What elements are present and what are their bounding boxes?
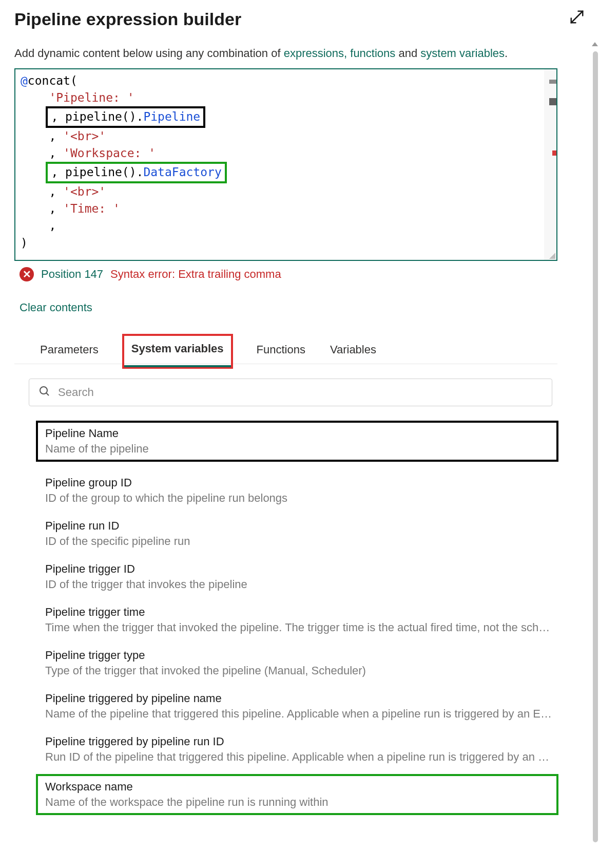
expand-icon[interactable] xyxy=(569,9,585,27)
tok-close-paren: ) xyxy=(21,236,28,250)
system-variables-list: Pipeline Name Name of the pipeline Pipel… xyxy=(45,421,558,815)
panel-header: Pipeline expression builder xyxy=(14,9,585,29)
tok-str-workspace-label: 'Workspace: ' xyxy=(63,146,156,160)
list-item-title: Workspace name xyxy=(45,780,549,794)
highlight-datafactory-expression: , pipeline().DataFactory xyxy=(46,162,226,183)
list-item-title: Pipeline triggered by pipeline name xyxy=(45,692,558,705)
list-item-workspace-name[interactable]: Workspace name Name of the workspace the… xyxy=(45,780,549,809)
tok-str-pipeline-label: 'Pipeline: ' xyxy=(49,91,134,104)
list-item-triggered-by-name[interactable]: Pipeline triggered by pipeline name Name… xyxy=(45,692,558,721)
tab-parameters[interactable]: Parameters xyxy=(39,339,100,364)
highlight-workspace-name-item: Workspace name Name of the workspace the… xyxy=(36,774,558,815)
tab-functions[interactable]: Functions xyxy=(256,339,306,364)
list-item-title: Pipeline Name xyxy=(45,427,549,440)
tab-variables[interactable]: Variables xyxy=(329,339,377,364)
tok-str-br2: '<br>' xyxy=(63,185,106,198)
list-item-title: Pipeline trigger ID xyxy=(45,562,558,576)
list-item-title: Pipeline run ID xyxy=(45,519,558,533)
link-system-variables[interactable]: system variables xyxy=(420,47,505,60)
link-expressions-functions[interactable]: expressions, functions xyxy=(284,47,396,60)
list-item-pipeline-trigger-id[interactable]: Pipeline trigger ID ID of the trigger th… xyxy=(45,562,558,591)
tok-trailing-comma: , xyxy=(49,219,56,232)
list-item-pipeline-name[interactable]: Pipeline Name Name of the pipeline xyxy=(45,427,549,456)
syntax-error-row: ✕ Position 147 Syntax error: Extra trail… xyxy=(20,267,585,281)
list-item-desc: Run ID of the pipeline that triggered th… xyxy=(45,750,558,764)
expression-editor-content[interactable]: @concat( 'Pipeline: ' , pipeline().Pipel… xyxy=(15,69,556,260)
list-item-desc: Name of the pipeline that triggered this… xyxy=(45,707,558,721)
tab-system-variables[interactable]: System variables xyxy=(122,334,233,369)
list-item-desc: Name of the workspace the pipeline run i… xyxy=(45,796,549,809)
svg-point-0 xyxy=(40,387,47,394)
intro-text: Add dynamic content below using any comb… xyxy=(14,46,585,61)
list-item-title: Pipeline triggered by pipeline run ID xyxy=(45,735,558,748)
list-item-title: Pipeline trigger time xyxy=(45,606,558,619)
svg-line-1 xyxy=(46,393,49,395)
panel-title: Pipeline expression builder xyxy=(14,9,241,29)
search-box[interactable] xyxy=(29,379,552,406)
list-item-desc: ID of the group to which the pipeline ru… xyxy=(45,492,558,505)
list-item-pipeline-trigger-time[interactable]: Pipeline trigger time Time when the trig… xyxy=(45,606,558,634)
clear-contents-link[interactable]: Clear contents xyxy=(20,301,92,314)
search-input[interactable] xyxy=(58,386,543,399)
list-item-desc: ID of the trigger that invokes the pipel… xyxy=(45,578,558,591)
tok-str-br1: '<br>' xyxy=(63,129,106,143)
scrollbar-arrow-up[interactable] xyxy=(592,42,598,46)
error-position: Position 147 xyxy=(41,268,103,281)
list-item-pipeline-run-id[interactable]: Pipeline run ID ID of the specific pipel… xyxy=(45,519,558,548)
intro-prefix: Add dynamic content below using any comb… xyxy=(14,47,284,60)
tok-str-time-label: 'Time: ' xyxy=(63,202,120,215)
list-item-desc: Type of the trigger that invoked the pip… xyxy=(45,664,558,677)
search-icon xyxy=(38,385,51,400)
list-item-title: Pipeline trigger type xyxy=(45,649,558,662)
error-message: Syntax error: Extra trailing comma xyxy=(110,268,281,281)
tok-at: @ xyxy=(21,74,28,87)
expression-builder-panel: Pipeline expression builder Add dynamic … xyxy=(0,0,599,868)
scrollbar-thumb[interactable] xyxy=(593,51,598,842)
intro-middle: and xyxy=(395,47,420,60)
editor-resize-handle[interactable] xyxy=(549,253,555,259)
list-item-desc: Time when the trigger that invoked the p… xyxy=(45,621,558,634)
content-tabs: Parameters System variables Functions Va… xyxy=(14,339,557,364)
error-icon: ✕ xyxy=(20,267,34,281)
list-item-desc: ID of the specific pipeline run xyxy=(45,535,558,548)
list-item-pipeline-group-id[interactable]: Pipeline group ID ID of the group to whi… xyxy=(45,476,558,505)
intro-suffix: . xyxy=(505,47,508,60)
highlight-pipeline-name-expression: , pipeline().Pipeline xyxy=(46,106,205,127)
tok-concat: concat( xyxy=(28,74,78,87)
expression-editor[interactable]: @concat( 'Pipeline: ' , pipeline().Pipel… xyxy=(14,68,557,261)
list-item-pipeline-trigger-type[interactable]: Pipeline trigger type Type of the trigge… xyxy=(45,649,558,677)
list-item-desc: Name of the pipeline xyxy=(45,442,549,456)
list-item-title: Pipeline group ID xyxy=(45,476,558,489)
list-item-triggered-by-run-id[interactable]: Pipeline triggered by pipeline run ID Ru… xyxy=(45,735,558,764)
highlight-pipeline-name-item: Pipeline Name Name of the pipeline xyxy=(36,421,558,462)
